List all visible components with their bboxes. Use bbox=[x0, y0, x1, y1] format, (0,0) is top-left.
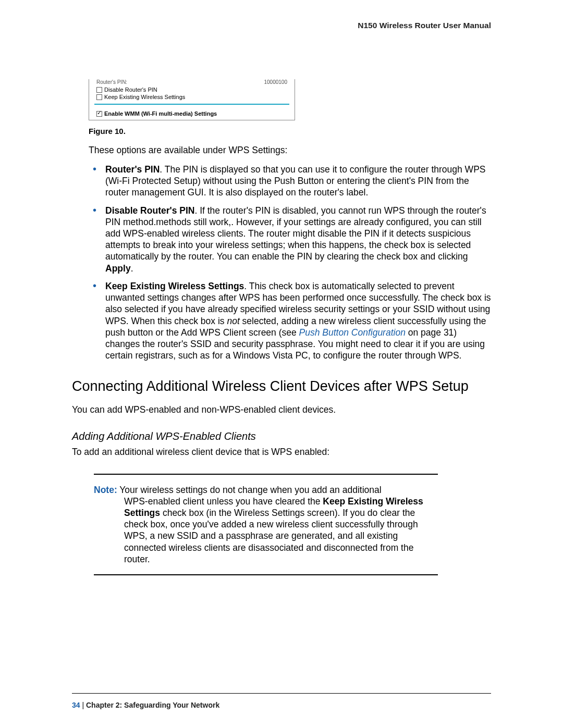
cross-reference-link[interactable]: Push Button Configuration bbox=[299, 327, 406, 338]
figure-caption: Figure 10. bbox=[89, 127, 491, 135]
footer-rule bbox=[72, 693, 491, 694]
fig-row-disable-pin: Disable Router's PIN bbox=[89, 86, 295, 93]
fig-opt2-label: Keep Existing Wireless Settings bbox=[104, 94, 185, 100]
intro-paragraph: These options are available under WPS Se… bbox=[89, 145, 491, 156]
note-block: Note: Your wireless settings do not chan… bbox=[94, 474, 438, 576]
italic-not: not bbox=[227, 316, 239, 326]
checkbox-icon bbox=[96, 94, 102, 100]
note-rule-bottom bbox=[94, 574, 438, 575]
chapter-label: Chapter 2: Safeguarding Your Network bbox=[86, 701, 219, 709]
bullet-list: Router's PIN. The PIN is displayed so th… bbox=[89, 164, 491, 362]
page: N150 Wireless Router User Manual Router'… bbox=[0, 0, 563, 728]
fig-row-keep-settings: Keep Existing Wireless Settings bbox=[89, 93, 295, 101]
page-number: 34 bbox=[72, 701, 80, 709]
subsection-heading: Adding Additional WPS-Enabled Clients bbox=[72, 430, 491, 442]
note-line1: Your wireless settings do not change whe… bbox=[117, 485, 382, 495]
note-content: Note: Your wireless settings do not chan… bbox=[94, 475, 438, 575]
bullet-lead: Router's PIN bbox=[105, 164, 160, 175]
figure-screenshot: Router's PIN: 10000100 Disable Router's … bbox=[89, 79, 295, 120]
section-intro: You can add WPS-enabled and non-WPS-enab… bbox=[72, 404, 491, 416]
header-title: N150 Wireless Router User Manual bbox=[72, 21, 491, 30]
note-text: WPS-enabled client unless you have clear… bbox=[124, 496, 323, 507]
bullet-item: Disable Router's PIN. If the router's PI… bbox=[89, 205, 491, 274]
note-text: check box (in the Wireless Settings scre… bbox=[124, 508, 418, 564]
bullet-text: . The PIN is displayed so that you can u… bbox=[105, 164, 485, 198]
fig-opt1-label: Disable Router's PIN bbox=[104, 87, 157, 93]
apply-label: Apply bbox=[105, 263, 131, 274]
section-heading: Connecting Additional Wireless Client De… bbox=[72, 378, 491, 394]
checkbox-icon bbox=[96, 87, 102, 93]
note-label: Note: bbox=[94, 485, 117, 495]
fig-opt3-label: Enable WMM (Wi-Fi multi-media) Settings bbox=[104, 110, 217, 117]
fig-pin-value: 10000100 bbox=[264, 79, 288, 85]
bullet-item: Router's PIN. The PIN is displayed so th… bbox=[89, 164, 491, 199]
fig-pin-label: Router's PIN: bbox=[96, 79, 127, 85]
bullet-text: . bbox=[131, 263, 133, 274]
fig-row-pin: Router's PIN: 10000100 bbox=[89, 79, 295, 86]
footer-sep: | bbox=[80, 701, 86, 709]
bullet-lead: Keep Existing Wireless Settings bbox=[105, 281, 244, 291]
checkbox-checked-icon bbox=[96, 111, 102, 117]
bullet-lead: Disable Router's PIN bbox=[105, 205, 194, 216]
fig-row-wmm: Enable WMM (Wi-Fi multi-media) Settings bbox=[89, 110, 295, 120]
bullet-item: Keep Existing Wireless Settings. This ch… bbox=[89, 280, 491, 362]
subsection-intro: To add an additional wireless client dev… bbox=[72, 447, 491, 458]
footer: 34 | Chapter 2: Safeguarding Your Networ… bbox=[72, 701, 219, 709]
